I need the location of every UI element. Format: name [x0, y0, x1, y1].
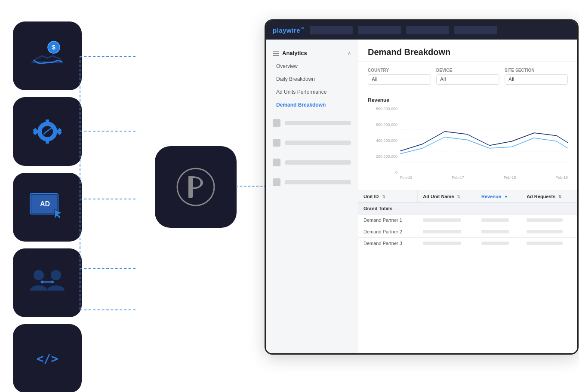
x-label-feb19: Feb-19: [555, 175, 568, 184]
row2-col3: [476, 226, 521, 238]
filter-device-label: Device: [436, 68, 499, 73]
horiz-line-5: [80, 309, 136, 310]
ad-icon: AD: [28, 190, 67, 224]
users-icon-card: [13, 248, 82, 317]
y-label-1: 200,000,000: [368, 154, 400, 159]
svg-point-17: [34, 270, 44, 280]
center-logo-card: [155, 146, 237, 228]
row1-col2: [418, 214, 476, 226]
horiz-line-1: [80, 56, 136, 57]
col-revenue[interactable]: Revenue ▼: [476, 190, 521, 203]
x-label-feb18: Feb-18: [504, 175, 516, 184]
svg-point-18: [51, 270, 61, 280]
placeholder-bar-3: [285, 160, 351, 165]
sidebar-placeholder-1: [266, 115, 358, 131]
left-connectors: [80, 56, 80, 309]
table-header-row: Unit ID ⇅ Ad Unit Name ⇅ Revenue ▼: [358, 190, 577, 203]
sidebar-item-overview[interactable]: Overview: [266, 60, 358, 73]
sidebar-placeholder-3: [266, 154, 358, 171]
revenue-icon: $: [30, 41, 65, 71]
hamburger-icon: [273, 51, 279, 56]
sort-icon-unit-id: ⇅: [382, 195, 385, 199]
horiz-line-2: [80, 131, 136, 132]
table-row: Demand Partner 3: [358, 238, 577, 249]
y-label-4: 800,000,000: [368, 107, 400, 111]
filter-site-section-value[interactable]: All: [505, 74, 568, 85]
data-table: Unit ID ⇅ Ad Unit Name ⇅ Revenue ▼: [358, 190, 577, 249]
sidebar-item-daily-breakdown[interactable]: Daily Breakdown: [266, 73, 358, 86]
settings-icon: [30, 114, 65, 149]
nav-pill-3: [406, 26, 449, 34]
code-icon: </>: [28, 341, 67, 376]
revenue-icon-card: $: [13, 21, 82, 90]
browser-body: Analytics ∧ Overview Daily Breakdown Ad …: [266, 40, 577, 353]
svg-text:AD: AD: [40, 200, 50, 208]
chevron-up-icon: ∧: [348, 50, 351, 56]
filter-country: Country All: [368, 68, 431, 85]
table-row: Demand Partner 1: [358, 214, 577, 226]
row2-col2: [418, 226, 476, 238]
sort-icon-ad-requests: ⇅: [558, 195, 562, 199]
playwire-logo-icon: [176, 168, 215, 206]
svg-rect-5: [46, 140, 49, 144]
chart-line-primary: [400, 132, 568, 151]
placeholder-icon-2: [273, 139, 280, 147]
placeholder-icon-3: [273, 159, 280, 166]
col-unit-id[interactable]: Unit ID ⇅: [358, 190, 418, 203]
row3-col4: [521, 238, 577, 249]
filter-country-label: Country: [368, 68, 431, 73]
svg-text:</>: </>: [37, 352, 59, 366]
filter-device-value[interactable]: All: [436, 74, 499, 85]
col-ad-requests[interactable]: Ad Requests ⇅: [521, 190, 577, 203]
nav-pill-4: [454, 26, 497, 34]
row3-col1: Demand Partner 3: [358, 238, 418, 249]
ad-icon-card: AD: [13, 173, 82, 242]
nav-pill-2: [358, 26, 401, 34]
browser-topbar: playwire™: [266, 21, 577, 40]
content-header: Demand Breakdown: [358, 40, 577, 62]
users-icon: [28, 266, 67, 300]
page-title: Demand Breakdown: [368, 47, 568, 57]
sidebar-analytics-header[interactable]: Analytics ∧: [266, 46, 358, 60]
placeholder-bar-4: [285, 180, 351, 184]
sidebar: Analytics ∧ Overview Daily Breakdown Ad …: [266, 40, 358, 353]
table-section: Unit ID ⇅ Ad Unit Name ⇅ Revenue ▼: [358, 190, 577, 353]
table-header: Unit ID ⇅ Ad Unit Name ⇅ Revenue ▼: [358, 190, 577, 203]
left-icon-column: $: [13, 21, 82, 392]
y-label-0: 0: [368, 170, 400, 175]
col-ad-unit-name[interactable]: Ad Unit Name ⇅: [418, 190, 476, 203]
sidebar-item-ad-units[interactable]: Ad Units Performance: [266, 86, 358, 98]
horiz-line-3: [80, 199, 136, 199]
y-label-2: 400,000,000: [368, 138, 400, 143]
svg-text:$: $: [52, 44, 55, 51]
svg-rect-4: [46, 119, 49, 123]
row3-col2: [418, 238, 476, 249]
filter-site-section-label: Site Section: [505, 68, 568, 73]
row2-col1: Demand Partner 2: [358, 226, 418, 238]
chart-container: 0 200,000,000 400,000,000 600,000,000 80…: [368, 107, 568, 184]
row1-col1: Demand Partner 1: [358, 214, 418, 226]
placeholder-icon-4: [273, 178, 280, 186]
sort-icon-revenue: ▼: [504, 195, 508, 199]
y-label-3: 600,000,000: [368, 122, 400, 127]
sidebar-item-demand-breakdown[interactable]: Demand Breakdown: [266, 98, 358, 111]
revenue-chart-svg: [400, 107, 568, 175]
row3-col3: [476, 238, 521, 249]
svg-rect-25: [188, 176, 192, 198]
main-content: Demand Breakdown Country All Device All …: [358, 40, 577, 353]
sort-icon-ad-unit-name: ⇅: [457, 195, 460, 199]
sidebar-placeholder-2: [266, 135, 358, 151]
chart-title: Revenue: [368, 97, 568, 103]
code-icon-card: </>: [13, 324, 82, 392]
center-to-browser-line: [236, 186, 267, 187]
table-body: Grand Totals Demand Partner 1: [358, 203, 577, 249]
row2-col4: [521, 226, 577, 238]
filter-row: Country All Device All Site Section All: [358, 62, 577, 91]
chart-plot: [400, 107, 568, 175]
sidebar-placeholder-4: [266, 174, 358, 190]
x-label-feb17: Feb-17: [452, 175, 464, 184]
filter-country-value[interactable]: All: [368, 74, 431, 85]
grand-totals-cell: Grand Totals: [358, 203, 577, 214]
svg-marker-21: [40, 280, 43, 284]
x-label-feb16: Feb-16: [400, 175, 413, 184]
